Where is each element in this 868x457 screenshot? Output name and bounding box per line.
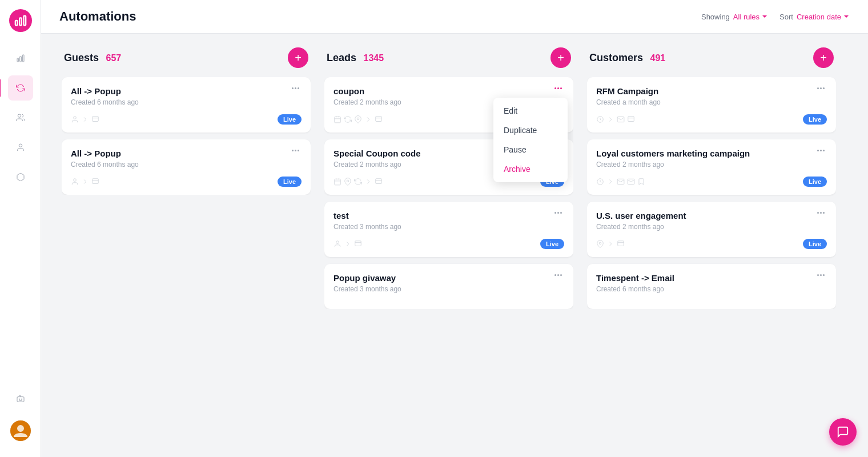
arrow-icon <box>81 115 89 123</box>
card-leads-coupon-icons <box>333 115 383 123</box>
card-leads-test-more-button[interactable] <box>552 211 564 215</box>
card-customers-timespent-header: Timespent -> Email <box>596 273 827 283</box>
card-customers-timespent-meta: Created 6 months ago <box>596 285 827 293</box>
popup-icon <box>617 240 625 248</box>
card-customers-us-engagement-icons <box>596 240 625 248</box>
column-customers: Customers 491 + RFM Campaign Created a m… <box>580 47 843 443</box>
page-title: Automations <box>59 9 136 24</box>
sidebar <box>0 0 41 457</box>
card-customers-rfm-meta: Created a month ago <box>596 98 827 106</box>
card-customers-rfm-header: RFM Campaign <box>596 86 827 96</box>
card-customers-timespent-more-button[interactable] <box>815 273 827 277</box>
card-leads-test-footer: Live <box>333 239 564 249</box>
column-guests-header: Guests 657 + <box>62 47 311 68</box>
card-leads-special-coupon-title: Special Coupon code <box>333 149 421 158</box>
card-guests-1-more-button[interactable] <box>290 86 302 90</box>
sort-control: Sort Creation date <box>779 13 850 21</box>
svg-rect-1 <box>19 18 22 25</box>
card-guests-2: All -> Popup Created 6 months ago Live <box>62 139 311 195</box>
arrow-icon <box>344 240 352 248</box>
card-customers-timespent-title: Timespent -> Email <box>596 273 674 283</box>
sort-value[interactable]: Creation date <box>797 13 850 21</box>
svg-rect-22 <box>335 179 341 185</box>
showing-value[interactable]: All rules <box>733 13 768 21</box>
card-leads-coupon: coupon Created 2 months ago <box>324 77 573 133</box>
svg-rect-29 <box>355 241 361 246</box>
card-customers-timespent: Timespent -> Email Created 6 months ago <box>587 264 836 309</box>
calendar-icon <box>333 178 341 186</box>
card-customers-loyal-title: Loyal customers marketing campaign <box>596 149 750 158</box>
app-logo[interactable] <box>9 9 32 32</box>
clock-icon <box>596 178 604 186</box>
column-leads-header: Leads 1345 + <box>324 47 573 68</box>
card-guests-2-title: All -> Popup <box>71 149 121 158</box>
column-leads-title-wrap: Leads 1345 <box>327 52 384 64</box>
column-guests-add-button[interactable]: + <box>288 47 308 68</box>
card-guests-1: All -> Popup Created 6 months ago Live <box>62 77 311 133</box>
svg-rect-5 <box>22 55 24 62</box>
person-icon <box>71 115 79 123</box>
context-dropdown-menu: Edit Duplicate Pause Archive <box>493 98 568 182</box>
dropdown-item-pause[interactable]: Pause <box>493 140 568 159</box>
refresh-icon <box>354 178 362 186</box>
avatar[interactable] <box>10 420 31 441</box>
sidebar-item-automations[interactable] <box>8 75 33 101</box>
card-customers-loyal: Loyal customers marketing campaign Creat… <box>587 139 836 195</box>
svg-point-10 <box>21 399 22 399</box>
header-controls: Showing All rules Sort Creation date <box>701 13 850 21</box>
card-customers-us-engagement-more-button[interactable] <box>815 211 827 215</box>
card-guests-2-more-button[interactable] <box>290 149 302 153</box>
sidebar-item-products[interactable] <box>8 165 33 190</box>
card-leads-test: test Created 3 months ago Live <box>324 202 573 257</box>
card-customers-loyal-icons <box>596 178 645 186</box>
card-leads-coupon-more-button[interactable] <box>552 86 564 90</box>
card-customers-rfm-icons <box>596 115 635 123</box>
live-badge: Live <box>278 177 302 187</box>
card-guests-2-meta: Created 6 months ago <box>71 161 302 169</box>
sidebar-item-contacts[interactable] <box>8 105 33 130</box>
calendar-icon <box>333 115 341 123</box>
arrow-icon <box>81 178 89 186</box>
sidebar-nav <box>8 46 33 386</box>
column-customers-header: Customers 491 + <box>587 47 836 68</box>
popup-icon <box>91 178 99 186</box>
dropdown-item-duplicate[interactable]: Duplicate <box>493 121 568 140</box>
svg-rect-8 <box>17 397 24 402</box>
card-leads-coupon-header: coupon <box>333 86 564 96</box>
column-leads-cards: coupon Created 2 months ago <box>324 77 573 309</box>
chat-fab-button[interactable] <box>829 418 857 446</box>
sidebar-item-analytics[interactable] <box>8 46 33 71</box>
pin-icon <box>596 240 604 248</box>
sidebar-item-person[interactable] <box>8 135 33 160</box>
column-leads: Leads 1345 + coupon Created 2 months ago <box>318 47 580 443</box>
svg-rect-31 <box>628 117 634 122</box>
dropdown-item-archive[interactable]: Archive <box>493 159 568 179</box>
email-icon <box>617 115 625 123</box>
svg-rect-27 <box>376 179 382 184</box>
card-customers-rfm-more-button[interactable] <box>815 86 827 90</box>
svg-point-6 <box>18 114 21 117</box>
live-badge: Live <box>803 114 827 125</box>
sidebar-item-bot[interactable] <box>8 386 33 411</box>
card-guests-2-header: All -> Popup <box>71 149 302 158</box>
card-customers-loyal-more-button[interactable] <box>815 149 827 153</box>
clock-icon <box>596 115 604 123</box>
card-customers-us-engagement-meta: Created 2 months ago <box>596 223 827 231</box>
card-guests-1-title: All -> Popup <box>71 86 121 96</box>
arrow-icon <box>364 115 372 123</box>
column-guests-cards: All -> Popup Created 6 months ago Live <box>62 77 311 195</box>
svg-rect-2 <box>23 16 26 26</box>
card-customers-us-engagement-footer: Live <box>596 239 827 249</box>
card-customers-loyal-header: Loyal customers marketing campaign <box>596 149 827 158</box>
card-leads-popup-givaway-title: Popup givaway <box>333 273 396 283</box>
svg-point-14 <box>74 179 77 182</box>
dropdown-item-edit[interactable]: Edit <box>493 101 568 121</box>
card-leads-popup-givaway-more-button[interactable] <box>552 273 564 277</box>
column-customers-add-button[interactable]: + <box>813 47 834 68</box>
svg-rect-15 <box>93 179 99 184</box>
svg-point-28 <box>336 241 339 244</box>
svg-rect-16 <box>335 117 341 123</box>
live-badge: Live <box>278 114 302 125</box>
svg-rect-13 <box>93 117 99 122</box>
column-leads-add-button[interactable]: + <box>550 47 571 68</box>
